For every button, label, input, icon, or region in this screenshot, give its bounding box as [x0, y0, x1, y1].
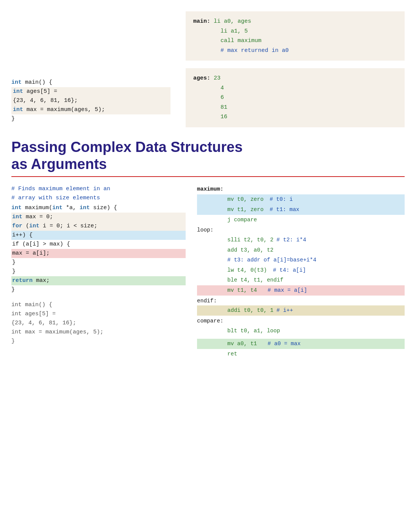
asm-ages-4: 4 — [193, 83, 397, 93]
main2-line3: {23, 4, 6, 81, 16}; — [11, 319, 186, 328]
asm-j-compare: j compare — [197, 215, 405, 225]
top-main-line2: int ages[5] = — [11, 87, 170, 96]
fn-if: if (a[i] > max) { — [11, 240, 186, 249]
asm-mv-a0: mv a0, t1 # a0 = max — [197, 339, 405, 349]
bottom-left-code: # Finds maximum element in an # array wi… — [11, 185, 186, 359]
asm-mv-t1: mv t1, zero # t1: max — [197, 205, 405, 215]
asm-endif-label: endif: — [197, 296, 405, 306]
comment-line1: # Finds maximum element in an — [11, 185, 186, 194]
fn-for-line1: for (int i = 0; i < size; — [11, 222, 186, 231]
comment-line2: # array with size elements — [11, 194, 186, 203]
asm-mv-t0: mv t0, zero # t0: i — [197, 194, 405, 205]
fn-for-close: } — [11, 267, 186, 276]
section-title-line2: as Arguments — [11, 156, 107, 172]
asm-addi: addi t0, t0, 1 # i++ — [197, 305, 405, 316]
main2-line5: } — [11, 337, 186, 346]
top-left-code: int main() { int ages[5] = {23, 4, 6, 81… — [11, 11, 170, 127]
asm-main-label: main: li a0, ages — [193, 17, 397, 27]
asm-ble: ble t4, t1, endif — [197, 275, 405, 285]
asm-maximum-label: maximum: — [197, 185, 405, 194]
top-main-line4: int max = maximum(ages, 5); — [11, 105, 170, 114]
asm-compare-label: compare: — [197, 316, 405, 326]
asm-loop-label: loop: — [197, 225, 405, 235]
asm-main-call: call maximum — [193, 36, 397, 46]
fn-return: return max; — [11, 276, 186, 285]
top-main-line5: } — [11, 114, 170, 124]
main2-line2: int ages[5] = — [11, 310, 186, 319]
top-right-assembly: main: li a0, ages li a1, 5 call maximum … — [186, 11, 405, 127]
section-heading-area: Passing Complex Data Structures as Argum… — [11, 139, 405, 177]
asm-ages-6: 6 — [193, 93, 397, 103]
asm-t3-comment: # t3: addr of a[i]=base+i*4 — [197, 255, 405, 265]
asm-ages-label: ages: 23 — [193, 74, 397, 83]
fn-iplus: i++) { — [11, 231, 186, 240]
section-title-line1: Passing Complex Data Structures — [11, 139, 242, 155]
fn-max-assign: max = a[i]; — [11, 249, 186, 258]
fn-if-close: } — [11, 258, 186, 267]
section-divider — [11, 176, 405, 177]
asm-ages-16: 16 — [193, 112, 397, 122]
asm-mv-t1-t4: mv t1, t4 # max = a[i] — [197, 285, 405, 296]
asm-main-li-a1: li a1, 5 — [193, 27, 397, 36]
asm-ret: ret — [197, 349, 405, 359]
asm-main-comment: # max returned in a0 — [193, 46, 397, 56]
asm-add-t3: add t3, a0, t2 — [197, 245, 405, 255]
top-section: int main() { int ages[5] = {23, 4, 6, 81… — [11, 11, 405, 127]
asm-blt: blt t0, a1, loop — [197, 326, 405, 336]
fn-sig: int maximum(int *a, int size) { — [11, 203, 186, 213]
asm-ages-81: 81 — [193, 103, 397, 113]
asm-slli: slli t2, t0, 2 # t2: i*4 — [197, 235, 405, 245]
top-main-line3: {23, 4, 6, 81, 16}; — [11, 96, 170, 105]
bottom-section: # Finds maximum element in an # array wi… — [11, 185, 405, 359]
bottom-right-assembly: maximum: mv t0, zero # t0: i mv t1, zero… — [197, 185, 405, 359]
asm-lw-t4: lw t4, 0(t3) # t4: a[i] — [197, 265, 405, 275]
main2-line1: int main() { — [11, 300, 186, 310]
section-title: Passing Complex Data Structures as Argum… — [11, 139, 405, 173]
fn-close: } — [11, 285, 186, 294]
top-asm-block1: main: li a0, ages li a1, 5 call maximum … — [186, 11, 405, 61]
top-asm-block2: ages: 23 4 6 81 16 — [186, 68, 405, 127]
main2-line4: int max = maximum(ages, 5); — [11, 328, 186, 337]
top-main-line1: int main() { — [11, 78, 170, 87]
fn-max-init: int max = 0; — [11, 213, 186, 222]
